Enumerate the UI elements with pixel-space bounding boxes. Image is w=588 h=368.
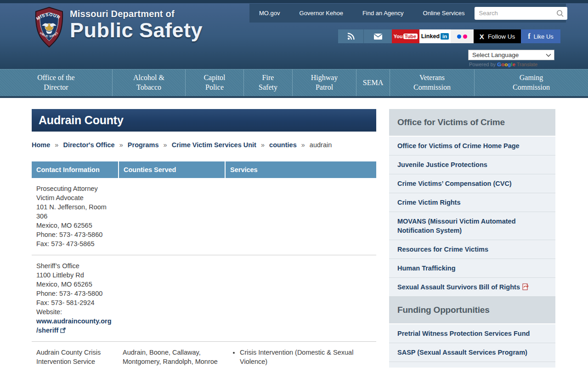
services-cell — [226, 184, 376, 248]
facebook-like-button[interactable]: f Like Us — [521, 29, 560, 43]
youtube-button[interactable]: YouTube — [392, 29, 419, 43]
contact-cell: Sheriff’s Office 1100 Littleby Rd Mexico… — [32, 261, 119, 335]
rss-button[interactable] — [338, 29, 363, 43]
state-links-bar: MO.gov Governor Kehoe Find an Agency Onl… — [249, 4, 566, 23]
x-follow-button[interactable]: X Follow Us — [474, 29, 521, 43]
column-header-counties: Counties Served — [119, 161, 226, 178]
sidebar-item-crime-victim-rights[interactable]: Crime Victim Rights — [389, 193, 555, 212]
google-translate-attribution: Powered by Google Translate — [469, 62, 537, 67]
breadcrumb-crime-victim-services[interactable]: Crime Victim Services Unit — [172, 141, 256, 149]
breadcrumb-directors-office[interactable]: Director's Office — [63, 141, 114, 149]
link-find-agency[interactable]: Find an Agency — [353, 10, 413, 17]
flickr-icon — [457, 34, 461, 39]
sidebar-item-partial — [389, 362, 555, 368]
nav-alcohol-tobacco[interactable]: Alcohol & Tobacco — [113, 69, 186, 96]
counties-cell: Audrain, Boone, Callaway, Montgomery, Ra… — [119, 348, 226, 368]
counties-cell — [119, 184, 226, 248]
site-header: MISSOURI PUBLIC SAFETY Missouri Departme… — [0, 3, 588, 69]
sidebar-item-movans[interactable]: MOVANS (Missouri Victim Automated Notifi… — [389, 212, 555, 240]
breadcrumb: Home » Director's Office » Programs » Cr… — [32, 141, 376, 149]
county-services-table: Contact Information Counties Served Serv… — [32, 161, 376, 368]
chevron-down-icon — [546, 53, 551, 57]
linkedin-button[interactable]: Linkedin — [419, 29, 451, 43]
nav-capitol-police[interactable]: Capitol Police — [186, 69, 244, 96]
external-link-icon — [60, 328, 66, 333]
link-mo-gov[interactable]: MO.gov — [249, 10, 290, 17]
nav-highway-patrol[interactable]: Highway Patrol — [293, 69, 356, 96]
table-row: Sheriff’s Office 1100 Littleby Rd Mexico… — [32, 255, 376, 342]
email-icon — [373, 33, 383, 40]
table-row: Prosecuting Attorney Victim Advocate 101… — [32, 178, 376, 255]
services-cell: Crisis Intervention (Domestic & Sexual V… — [226, 348, 376, 368]
contact-cell: Audrain County Crisis Intervention Servi… — [32, 348, 119, 368]
email-button[interactable] — [363, 29, 392, 43]
agency-name-line1: Missouri Department of — [70, 9, 203, 19]
rss-icon — [347, 32, 355, 40]
sidebar-item-juvenile-justice[interactable]: Juvenile Justice Protections — [389, 155, 555, 174]
search-input[interactable] — [475, 7, 567, 20]
nav-veterans-commission[interactable]: Veterans Commission — [390, 69, 475, 96]
counties-cell — [119, 261, 226, 335]
sidebar-item-human-trafficking[interactable]: Human Trafficking — [389, 259, 555, 278]
nav-gaming-commission[interactable]: Gaming Commission — [475, 69, 588, 96]
agency-wordmark: Missouri Department of Public Safety — [70, 9, 203, 40]
page-title: Audrain County — [39, 114, 124, 127]
sidebar-item-resources[interactable]: Resources for Crime Victims — [389, 240, 555, 259]
youtube-icon: You — [394, 34, 403, 39]
sidebar-item-cvc[interactable]: Crime Victims’ Compensation (CVC) — [389, 174, 555, 193]
services-cell — [226, 261, 376, 335]
sidebar-section-title-funding: Funding Opportunities — [389, 297, 555, 324]
page-title-banner: Audrain County — [32, 109, 376, 132]
link-online-services[interactable]: Online Services — [413, 10, 475, 17]
sidebar-item-ovc-home[interactable]: Office for Victims of Crime Home Page — [389, 137, 555, 155]
contact-cell: Prosecuting Attorney Victim Advocate 101… — [32, 184, 119, 248]
service-item: Crisis Intervention (Domestic & Sexual V… — [240, 348, 376, 366]
breadcrumb-current: audrain — [310, 141, 332, 149]
language-selector[interactable]: Select Language — [468, 50, 554, 60]
language-selected-value: Select Language — [472, 52, 519, 58]
x-icon: X — [480, 33, 484, 40]
dps-shield-logo: MISSOURI PUBLIC SAFETY — [33, 6, 65, 48]
agency-name-line2: Public Safety — [70, 20, 203, 40]
sidebar-item-pretrial-witness[interactable]: Pretrial Witness Protection Services Fun… — [389, 324, 555, 343]
social-media-bar: YouTube Linkedin X Follow Us f Like Us — [338, 29, 560, 43]
search-icon[interactable] — [556, 9, 564, 17]
sidebar-section-title-victims-of-crime: Office for Victims of Crime — [389, 109, 555, 137]
nav-fire-safety[interactable]: Fire Safety — [244, 69, 293, 96]
flickr-button[interactable] — [451, 29, 474, 43]
breadcrumb-home[interactable]: Home — [32, 141, 50, 149]
linkedin-icon: Linked — [421, 33, 440, 40]
column-header-services: Services — [226, 161, 375, 178]
main-navigation: Office of the Director Alcohol & Tobacco… — [0, 69, 588, 98]
pdf-icon — [522, 283, 529, 290]
top-border-line — [0, 0, 588, 3]
sheriff-website-link[interactable]: www.audraincounty.org /sheriff — [36, 316, 113, 335]
sidebar: Office for Victims of Crime Office for V… — [389, 109, 555, 368]
table-row: Audrain County Crisis Intervention Servi… — [32, 342, 376, 368]
table-header-row: Contact Information Counties Served Serv… — [32, 161, 376, 178]
facebook-icon: f — [528, 32, 530, 40]
breadcrumb-programs[interactable]: Programs — [128, 141, 159, 149]
sidebar-item-sasbor[interactable]: Sexual Assault Survivors Bill of Rights — [389, 278, 555, 297]
nav-office-of-the-director[interactable]: Office of the Director — [0, 69, 113, 96]
sidebar-item-sasp[interactable]: SASP (Sexual Assault Services Program) — [389, 343, 555, 362]
services-list: Crisis Intervention (Domestic & Sexual V… — [226, 348, 376, 368]
nav-sema[interactable]: SEMA — [356, 69, 390, 96]
breadcrumb-counties[interactable]: counties — [269, 141, 297, 149]
link-governor[interactable]: Governor Kehoe — [290, 10, 353, 17]
search-box — [475, 7, 567, 20]
service-item: Case Management (Domestic & Sexual Viole… — [240, 366, 376, 368]
column-header-contact: Contact Information — [32, 161, 119, 178]
